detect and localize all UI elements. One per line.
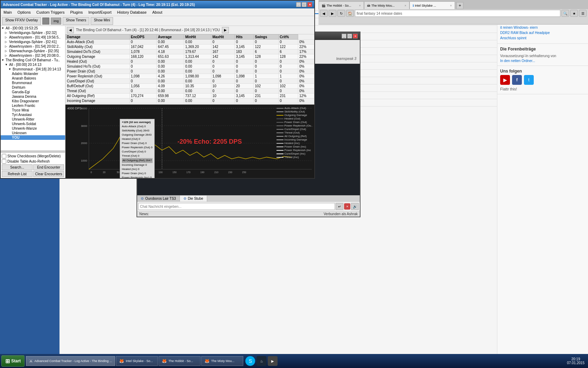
tree-item-all2[interactable]: ▼ All - [00:00] 20:14:13 (1, 62, 65, 67)
col-average[interactable]: Average (157, 35, 184, 40)
tree-item-unknown[interactable]: Unknown (1, 131, 65, 135)
close-button[interactable]: ✕ (307, 2, 312, 7)
show-timers-button[interactable]: Show Timers (63, 17, 89, 25)
table-row[interactable]: Simulated HoTs (Out)00.000.0000000% (66, 64, 314, 69)
table-row[interactable]: Skill/Ability (Out)167,042647.451,369.20… (66, 45, 314, 49)
tree-item-abwehr1[interactable]: ▷ Abwehrsystem - [01:49] 19:56:5.. (1, 35, 65, 40)
ts-volume-button[interactable]: 🔊 (351, 203, 359, 210)
tree-item-all[interactable]: ▼ All - [00:00] 19:53:25 (1, 26, 65, 30)
tree-item-abwehr2[interactable]: ▷ Abwehrsystem - [01:54] 20:02:2.. (1, 44, 65, 49)
tab-close-hobbit[interactable]: × (359, 4, 361, 7)
menu-options[interactable]: Options (15, 8, 34, 16)
blog-entry[interactable]: it reinen Windows- eiern (500, 25, 585, 30)
search-button[interactable]: Search... (2, 164, 33, 170)
tree-item-anarah[interactable]: Anarah Balores (1, 76, 65, 81)
tree-item-verteidigung2[interactable]: ▷ Verteidigungs-Sphäre - [02:41] (1, 40, 65, 44)
col-maxhit[interactable]: MaxHit (211, 35, 234, 40)
ts-maximize-button[interactable]: □ (347, 34, 352, 39)
tree-item-drehtum[interactable]: Drehtum (1, 85, 65, 90)
col-hits[interactable]: Hits (235, 35, 254, 40)
disable-refresh-checkbox[interactable] (2, 159, 6, 164)
browser-tab-skylake[interactable]: ℹ Intel Skylake ... × (410, 1, 455, 9)
youtube-icon[interactable]: ▶ (500, 75, 510, 85)
tree-item-tryce[interactable]: Tryce Mirai (1, 108, 65, 113)
forward-button[interactable]: ▶ (329, 10, 336, 17)
col-crit[interactable]: Crit% (279, 35, 298, 40)
blog-entry[interactable]: DDR2 RAM Black auf Headpipe (500, 30, 585, 35)
menu-import-export[interactable]: Import/Export (86, 8, 114, 16)
col-damage[interactable]: Damage (66, 35, 130, 40)
tree-item-garuda[interactable]: Garuda-Egi (1, 90, 65, 94)
new-tab-button[interactable]: + (456, 2, 463, 9)
ts-chat-input[interactable] (138, 203, 335, 210)
blog-entry[interactable]: Anschluss spinnt (500, 35, 585, 41)
tree-item-uhrwerk-ritter[interactable]: Uhrwerk-Ritter (1, 117, 65, 122)
taskbar-item-firefox2[interactable]: 🦊 The Hobbit - So... (159, 356, 201, 366)
minimize-button[interactable]: _ (296, 2, 301, 7)
tree-item-jawana[interactable]: Jawana Denma (1, 94, 65, 99)
table-row[interactable]: All Outgoing (Ref)170,274659.98737.12103… (66, 94, 314, 98)
tab-close-misty[interactable]: × (405, 4, 406, 7)
reload-button[interactable]: ↻ (337, 10, 345, 17)
twitter-icon[interactable]: t (524, 75, 534, 85)
address-bar[interactable]: final fantasy 14 release dates (355, 10, 560, 17)
maximize-button[interactable]: □ (302, 2, 307, 7)
tree-item-brummonaut[interactable]: Brummonaut (1, 81, 65, 85)
menu-custom-triggers[interactable]: Custom Triggers (34, 8, 68, 16)
table-row[interactable]: Power Replenish (Out)1,0984.261,098.001,… (66, 74, 314, 79)
menu-history-database[interactable]: History Database (114, 8, 149, 16)
table-row[interactable]: Auto-Attack (Out)00.000.0000000% (66, 40, 314, 45)
next-encounter-button[interactable]: ▶ (222, 27, 229, 33)
tree-item-leofem[interactable]: Leofem Frantic (1, 103, 65, 108)
tree-item-tyri[interactable]: Tyri Anastasi (1, 113, 65, 117)
tab-close-skylake[interactable]: × (450, 4, 452, 7)
facebook-icon[interactable]: f (512, 75, 522, 85)
tree-item-brummonaut-parent[interactable]: ▼ Brummonaut - [04:18] 20:14:13 (1, 67, 65, 71)
ts-tab-ouroboros[interactable]: ⚙ Ouroboros Lair TS3 (137, 196, 180, 202)
steam-icon[interactable]: ♨ (257, 356, 266, 366)
tree-item-you[interactable]: YOU (1, 135, 65, 140)
taskbar-item-firefox3[interactable]: 🦊 The Misty Mou... (201, 356, 243, 366)
ts-close-button[interactable]: ✕ (353, 34, 358, 39)
browser-tab-hobbit[interactable]: 🎬 The Hobbit - So... × (318, 1, 364, 9)
ts-minimize-button[interactable]: _ (342, 34, 346, 39)
home-button[interactable]: 🏠 (346, 10, 354, 17)
table-row[interactable]: Threat (Out)00.000.0000000% (66, 89, 314, 94)
table-row[interactable]: Outgoing Damage168,120651.631,313.441423… (66, 54, 314, 59)
table-row[interactable]: Incoming Damage00.000.0000000% (66, 98, 314, 103)
tree-item-kibo[interactable]: Kibo Dragovianer (1, 99, 65, 103)
end-encounter-button[interactable]: End Encounter (33, 164, 64, 170)
table-row[interactable]: Power Drain (Out)00.000.0000000% (66, 69, 314, 74)
taskbar-item-firefox1[interactable]: 🦊 Intel Skylake - So... (116, 356, 158, 366)
tree-item-binding-coil[interactable]: ▼ The Binding Coil Of Bahamut - Tu.. (1, 58, 65, 62)
tree-item-abwehr3[interactable]: ▷ Abwehrsystem - [02:34] 20:08:0.. (1, 53, 65, 58)
taskbar-item-act[interactable]: ⚔ Advanced Combat Tracker - Log Active -… (26, 356, 115, 366)
prev-encounter-button[interactable]: ◀ (67, 27, 74, 33)
tree-item-uberwachung[interactable]: ▷ Überwachungs-Sphäre - [02:35] (1, 49, 65, 53)
show-ffxiv-overlay-button[interactable]: Show FFXIV Overlay (2, 17, 41, 25)
ts-send-button[interactable]: ↵ (336, 203, 343, 210)
table-row[interactable]: Healed (Out)00.000.0000000% (66, 59, 314, 64)
browser-tab-misty[interactable]: 🏔 The Misty Mou... × (364, 1, 410, 9)
menu-about[interactable]: About (149, 8, 165, 16)
bookmark-button[interactable]: ★ (570, 10, 578, 17)
ts-close-chat-button[interactable]: ✕ (344, 203, 350, 210)
refresh-list-button[interactable]: Refresh List (2, 171, 33, 177)
merge-delete-checkbox[interactable] (2, 154, 6, 158)
clear-encounters-button[interactable]: Clear Encounters (33, 171, 64, 177)
app-icon-1[interactable]: ▶ (268, 356, 278, 366)
menu-main[interactable]: Main (1, 8, 15, 16)
tree-item-uhrwerk-wanze[interactable]: Uhrwerk-Wanze (1, 126, 65, 131)
back-button[interactable]: ◀ (320, 10, 328, 17)
menu-button[interactable]: ☰ (579, 10, 587, 17)
col-swings[interactable]: Swings (254, 35, 279, 40)
skype-icon[interactable]: S (245, 356, 255, 366)
col-encdps[interactable]: EncDPS (130, 35, 157, 40)
search-button[interactable]: 🔍 (561, 10, 569, 17)
table-row[interactable]: Buff/Debuff (Out)1,0564.0910.35102010210… (66, 84, 314, 89)
col-minhit[interactable]: MinHit (184, 35, 211, 40)
menu-plugins[interactable]: Plugins (67, 8, 85, 16)
tree-item-verteidigung1[interactable]: ▷ Verteidigungs-Sphäre - [02:32] (1, 30, 65, 35)
show-mini-button[interactable]: Show Mini (91, 17, 113, 25)
table-row[interactable]: Cure/Dispel (Out)00.000.0000000% (66, 79, 314, 84)
